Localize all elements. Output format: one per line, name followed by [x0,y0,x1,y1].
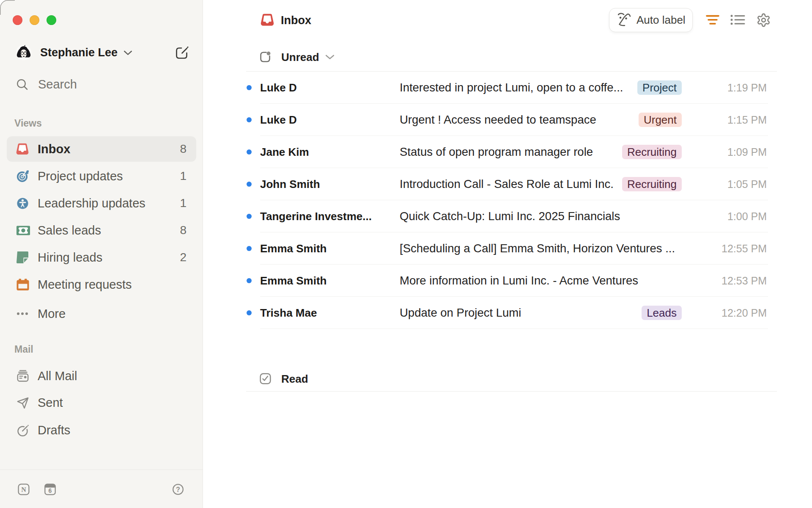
svg-text:?: ? [176,486,180,493]
svg-text:6: 6 [49,487,52,494]
svg-text:N: N [21,486,26,493]
